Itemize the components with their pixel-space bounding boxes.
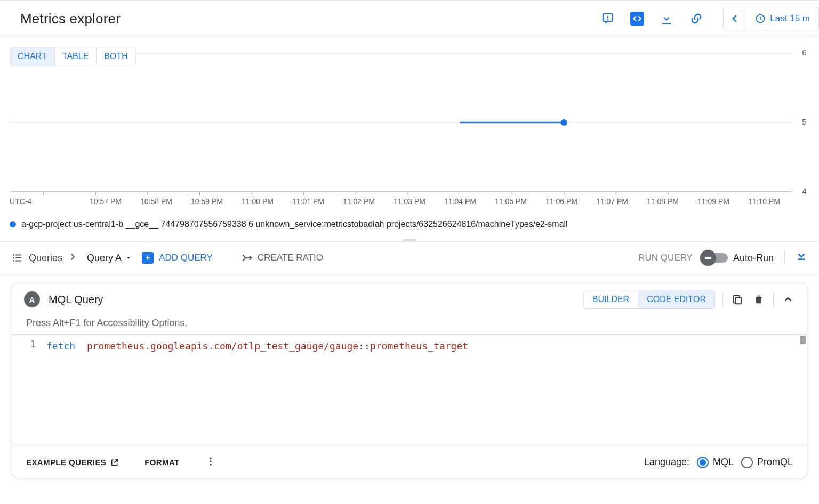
query-card: A MQL Query BUILDER CODE EDITOR [12, 282, 807, 478]
svg-text:4: 4 [802, 186, 807, 196]
code-editor-tab[interactable]: CODE EDITOR [638, 290, 714, 308]
svg-point-35 [210, 458, 211, 459]
autorun-label: Auto-Run [733, 253, 774, 264]
svg-point-28 [13, 257, 14, 259]
tab-table[interactable]: TABLE [55, 47, 97, 66]
queries-button[interactable]: Queries [12, 252, 77, 264]
time-range-button[interactable]: Last 15 m [746, 7, 819, 30]
chevron-up-icon[interactable] [781, 292, 795, 306]
svg-point-25 [561, 119, 567, 126]
svg-point-36 [210, 460, 211, 462]
page-title: Metrics explorer [20, 11, 121, 27]
query-card-header: A MQL Query BUILDER CODE EDITOR [12, 282, 807, 313]
x-tick: 11:01 PM [292, 197, 324, 206]
download-icon[interactable] [659, 11, 674, 26]
x-tick: 10:57 PM [90, 197, 122, 206]
autorun-toggle[interactable] [703, 253, 728, 263]
x-tick: 11:10 PM [748, 197, 780, 206]
view-tabs: CHART TABLE BOTH [10, 47, 136, 66]
query-select-dropdown[interactable]: Query A [87, 253, 132, 264]
link-icon[interactable] [689, 11, 704, 26]
create-ratio-label: CREATE RATIO [258, 253, 323, 263]
language-radio-mql[interactable]: MQL [697, 457, 734, 468]
scroll-marker [800, 336, 806, 344]
svg-point-37 [210, 464, 211, 465]
code-area[interactable]: fetch prometheus.googleapis.com/otlp_tes… [42, 335, 807, 446]
code-editor[interactable]: 1 fetch prometheus.googleapis.com/otlp_t… [12, 334, 807, 446]
x-tick: 11:06 PM [545, 197, 577, 206]
external-link-icon [110, 458, 119, 467]
feedback-icon[interactable] [600, 11, 615, 26]
collapse-panel-button[interactable] [796, 251, 807, 265]
x-tick: 11:05 PM [495, 197, 527, 206]
create-ratio-button[interactable]: CREATE RATIO [242, 252, 323, 264]
autorun-toggle-wrap: Auto-Run [703, 253, 774, 264]
more-icon[interactable] [205, 456, 216, 468]
svg-rect-29 [15, 257, 21, 258]
tab-chart[interactable]: CHART [10, 47, 55, 66]
copy-icon[interactable] [730, 292, 744, 306]
format-button[interactable]: FORMAT [144, 458, 179, 467]
x-tick: 11:04 PM [444, 197, 476, 206]
svg-rect-34 [735, 297, 741, 304]
legend-dot-icon [10, 221, 16, 227]
query-card-title: MQL Query [49, 294, 103, 306]
x-tick: 11:03 PM [394, 197, 425, 206]
editor-mode-segment: BUILDER CODE EDITOR [583, 290, 715, 309]
x-tick: 11:09 PM [697, 197, 729, 206]
example-queries-button[interactable]: EXAMPLE QUERIES [26, 458, 119, 467]
panel-resize-handle[interactable] [403, 239, 416, 241]
chart-tz-label: UTC-4 [10, 197, 31, 206]
add-query-button[interactable]: + ADD QUERY [142, 252, 213, 264]
code-icon[interactable] [630, 12, 644, 26]
x-tick: 11:00 PM [242, 197, 274, 206]
plus-icon: + [142, 252, 154, 264]
x-tick: 11:02 PM [343, 197, 375, 206]
editor-gutter: 1 [12, 335, 42, 446]
time-range-label: Last 15 m [770, 13, 810, 24]
add-query-label: ADD QUERY [159, 253, 213, 263]
legend-text: a-gcp-project us-central1-b __gce__ 7447… [21, 220, 568, 229]
divider [784, 251, 785, 265]
code-line: fetch prometheus.googleapis.com/otlp_tes… [46, 339, 800, 353]
accessibility-hint: Press Alt+F1 for Accessibility Options. [12, 313, 807, 334]
builder-tab[interactable]: BUILDER [584, 290, 638, 308]
chart-region: CHART TABLE BOTH 6 5 4 [0, 37, 819, 241]
chart-legend[interactable]: a-gcp-project us-central1-b __gce__ 7447… [10, 218, 809, 235]
x-tick: 11:08 PM [647, 197, 679, 206]
time-prev-button[interactable] [723, 7, 746, 30]
svg-point-2 [608, 20, 608, 20]
query-select-label: Query A [87, 253, 122, 264]
query-toolbar: Queries Query A + ADD QUERY CREATE RATIO… [0, 241, 819, 274]
chevron-right-icon [68, 252, 77, 264]
x-tick: 10:58 PM [140, 197, 172, 206]
query-card-footer: EXAMPLE QUERIES FORMAT Language: MQL Pro… [12, 446, 807, 478]
run-query-button[interactable]: RUN QUERY [638, 253, 693, 263]
svg-text:5: 5 [802, 117, 807, 126]
tab-both[interactable]: BOTH [97, 47, 135, 66]
line-number: 1 [12, 339, 36, 349]
language-label: Language: [644, 457, 689, 468]
svg-text:6: 6 [802, 48, 807, 57]
divider [773, 292, 774, 306]
chart-x-axis: UTC-4 10:57 PM 10:58 PM 10:59 PM 11:00 P… [10, 197, 809, 218]
language-radio-promql[interactable]: PromQL [741, 457, 793, 468]
svg-rect-27 [15, 255, 21, 256]
delete-icon[interactable] [752, 292, 766, 306]
top-bar: Metrics explorer [0, 0, 819, 37]
queries-label: Queries [29, 253, 62, 264]
x-tick: 10:59 PM [191, 197, 223, 206]
divider [722, 292, 723, 306]
svg-rect-31 [15, 261, 21, 262]
x-tick: 11:07 PM [596, 197, 628, 206]
top-actions: Last 15 m [600, 7, 819, 30]
time-picker: Last 15 m [723, 7, 819, 30]
query-badge: A [24, 291, 40, 307]
svg-point-30 [13, 260, 14, 262]
svg-point-26 [13, 254, 14, 256]
